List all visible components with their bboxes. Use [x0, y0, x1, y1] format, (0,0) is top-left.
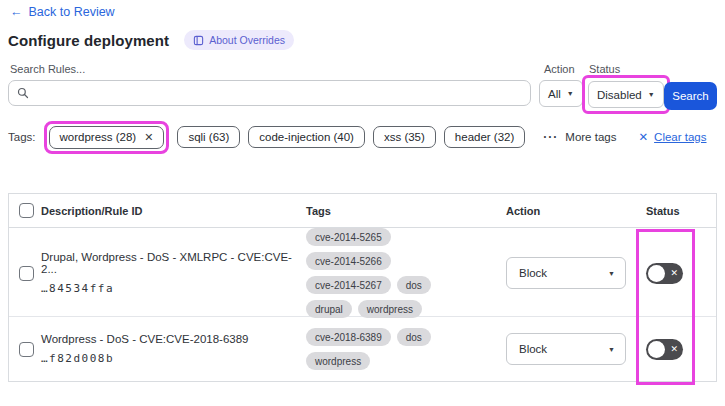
toggle-off-icon: ✕ — [670, 269, 678, 278]
action-select[interactable]: Block ▼ — [506, 257, 626, 289]
table-row: Wordpress - DoS - CVE:CVE-2018-6389 …f82… — [9, 317, 716, 381]
clear-tags-button[interactable]: ✕ Clear tags — [638, 130, 706, 144]
chevron-down-icon: ▼ — [608, 270, 615, 277]
column-header-tags: Tags — [306, 205, 506, 217]
tags-cell: cve-2014-5265 cve-2014-5266 cve-2014-526… — [306, 228, 506, 318]
remove-tag-icon[interactable]: ✕ — [144, 131, 153, 144]
search-icon — [17, 87, 29, 99]
more-tags-button[interactable]: ··· More tags — [543, 130, 616, 144]
about-overrides-label: About Overrides — [209, 34, 285, 46]
tag-badge: dos — [397, 328, 431, 346]
configure-deployment-page: ← Back to Review Configure deployment Ab… — [0, 0, 725, 406]
toggle-knob — [648, 341, 665, 358]
action-label: Action — [544, 63, 575, 75]
chevron-down-icon: ▼ — [567, 90, 574, 97]
action-select[interactable]: Block ▼ — [506, 333, 626, 365]
tag-badge: wordpress — [306, 352, 370, 370]
back-to-review-link[interactable]: ← Back to Review — [10, 5, 115, 19]
tag-badge: cve-2014-5265 — [306, 228, 391, 246]
tag-badge: wordpress — [358, 300, 422, 318]
status-dropdown[interactable]: Disabled ▼ — [588, 81, 664, 108]
action-select-value: Block — [519, 267, 547, 279]
status-label: Status — [589, 63, 620, 75]
status-filter-highlight: Disabled ▼ — [582, 75, 670, 114]
search-rules-label: Search Rules... — [10, 63, 85, 75]
rule-description: Wordpress - DoS - CVE:CVE-2018-6389 — [41, 333, 292, 345]
tag-chip-header[interactable]: header (32) — [444, 126, 525, 148]
tags-cell: cve-2018-6389 dos wordpress — [306, 328, 506, 370]
table-row: Drupal, Wordpress - DoS - XMLRPC - CVE:C… — [9, 228, 716, 317]
status-cell: ✕ — [646, 263, 716, 284]
action-cell: Block ▼ — [506, 333, 646, 365]
description-cell: Drupal, Wordpress - DoS - XMLRPC - CVE:C… — [41, 251, 306, 295]
back-arrow-icon: ← — [10, 5, 23, 19]
select-all-checkbox[interactable] — [19, 203, 34, 218]
book-icon — [193, 35, 204, 46]
tag-badge: dos — [397, 276, 431, 294]
tags-bar: Tags: wordpress (28) ✕ sqli (63) code-in… — [8, 121, 707, 153]
search-rules-box — [8, 80, 531, 106]
search-button[interactable]: Search — [664, 82, 717, 110]
tag-chip-label: sqli (63) — [188, 131, 229, 143]
column-header-action: Action — [506, 205, 646, 217]
table-header-row: Description/Rule ID Tags Action Status — [9, 194, 716, 228]
rule-description: Drupal, Wordpress - DoS - XMLRPC - CVE:C… — [41, 251, 292, 275]
tag-badge: cve-2018-6389 — [306, 328, 391, 346]
more-tags-label: More tags — [565, 131, 616, 143]
tag-chip-label: wordpress (28) — [60, 131, 137, 143]
back-link-label: Back to Review — [29, 5, 115, 19]
tag-chip-label: code-injection (40) — [259, 131, 354, 143]
tag-chip-label: header (32) — [455, 131, 514, 143]
tag-badge: cve-2014-5266 — [306, 252, 391, 270]
clear-x-icon: ✕ — [638, 130, 648, 144]
status-toggle[interactable]: ✕ — [646, 339, 683, 360]
tag-chip-wordpress[interactable]: wordpress (28) ✕ — [49, 126, 165, 149]
tag-badge: drupal — [306, 300, 352, 318]
tag-chip-label: xss (35) — [384, 131, 425, 143]
column-header-status: Status — [646, 205, 716, 217]
action-select-value: Block — [519, 343, 547, 355]
row-checkbox[interactable] — [19, 266, 34, 281]
tag-chip-xss[interactable]: xss (35) — [373, 126, 436, 148]
tag-badge: cve-2014-5267 — [306, 276, 391, 294]
search-rules-input[interactable] — [35, 87, 522, 99]
toggle-off-icon: ✕ — [670, 345, 678, 354]
status-cell: ✕ — [646, 339, 716, 360]
selected-tag-highlight: wordpress (28) ✕ — [44, 121, 170, 154]
ellipsis-icon: ··· — [543, 130, 558, 144]
toggle-knob — [648, 265, 665, 282]
description-cell: Wordpress - DoS - CVE:CVE-2018-6389 …f82… — [41, 333, 306, 365]
chevron-down-icon: ▼ — [608, 346, 615, 353]
row-checkbox[interactable] — [19, 342, 34, 357]
about-overrides-badge[interactable]: About Overrides — [184, 30, 294, 50]
clear-tags-label: Clear tags — [654, 131, 706, 143]
rule-id: …84534ffa — [41, 282, 292, 295]
page-title: Configure deployment — [8, 32, 169, 49]
status-dropdown-value: Disabled — [597, 89, 642, 101]
column-header-description: Description/Rule ID — [41, 205, 306, 217]
rule-id: …f82d008b — [41, 352, 292, 365]
tag-chip-sqli[interactable]: sqli (63) — [177, 126, 240, 148]
action-cell: Block ▼ — [506, 257, 646, 289]
action-dropdown[interactable]: All ▼ — [539, 80, 583, 107]
tags-bar-label: Tags: — [8, 131, 36, 143]
chevron-down-icon: ▼ — [648, 91, 655, 98]
status-toggle[interactable]: ✕ — [646, 263, 683, 284]
rules-table: Description/Rule ID Tags Action Status D… — [8, 193, 717, 382]
action-dropdown-value: All — [548, 88, 561, 100]
title-row: Configure deployment About Overrides — [8, 30, 294, 50]
tag-chip-code-injection[interactable]: code-injection (40) — [248, 126, 365, 148]
